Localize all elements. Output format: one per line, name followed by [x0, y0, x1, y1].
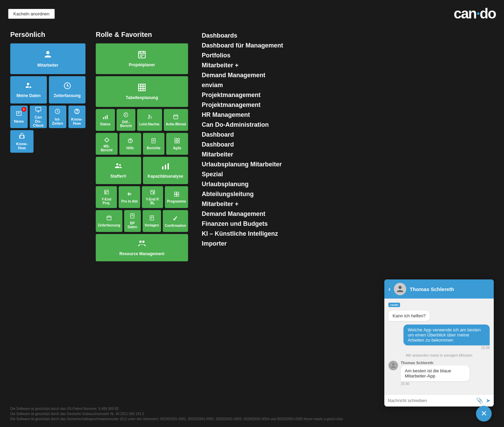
tile-pro-in-abt-label: Pro In Abt — [121, 199, 137, 203]
svg-rect-58 — [174, 192, 176, 194]
staffer-icon — [114, 162, 122, 173]
svg-point-0 — [46, 51, 49, 54]
tile-confirmation[interactable]: ✓ Confirmation — [163, 210, 188, 232]
menu-item-mitarbeiter-plus-2[interactable]: Mitarbeiter + — [202, 199, 494, 209]
menu-item-hr-management[interactable]: HR Management — [202, 110, 494, 120]
response-time-note: Wir antworten meist in wenigen Minuten — [388, 353, 490, 357]
kapazitaet-icon — [161, 162, 170, 173]
menu-item-abteilungsleitung[interactable]: Abteilungsleitung — [202, 189, 494, 199]
tile-programme[interactable]: Programme — [165, 186, 188, 208]
menu-item-cando-admin[interactable]: Can Do-Administration — [202, 120, 494, 130]
svg-rect-45 — [175, 141, 176, 143]
tile-kapazitaetsanalyse[interactable]: Kapazitätsanalyse — [143, 157, 188, 184]
tile-y-end-p-bl-label: Y-End P. BL — [144, 197, 161, 205]
svg-rect-54 — [105, 192, 106, 194]
menu-item-ki[interactable]: KI – Künstliche Intelligenz — [202, 229, 494, 239]
close-button[interactable]: ✕ — [476, 406, 492, 422]
pro-in-abt-icon — [127, 191, 132, 198]
menu-item-portfolios[interactable]: Portfolios — [202, 51, 494, 60]
svg-rect-60 — [174, 194, 176, 196]
tile-ms-bericht[interactable]: ◇ MS-Bericht — [96, 133, 118, 155]
svg-rect-28 — [105, 116, 106, 119]
tile-bp-daten[interactable]: BP Daten — [124, 210, 141, 232]
tile-projektplaner[interactable]: Projektplaner — [96, 43, 188, 74]
role-title: Rolle & Favoriten — [96, 31, 188, 39]
tile-zeiterfassung2[interactable]: Zeiterfassung — [96, 210, 122, 232]
knowhow-row: Know-How — [10, 130, 85, 153]
zeiterfassung2-icon — [106, 215, 112, 222]
tile-tabellenplanung-label: Tabellenplanung — [126, 95, 158, 100]
svg-rect-33 — [174, 115, 178, 119]
svg-rect-52 — [105, 190, 108, 194]
cando-logo-area: cando — [388, 303, 490, 307]
menu-item-urlaubsplanung[interactable]: Urlaubsplanung — [202, 179, 494, 189]
tile-ist-zeiten-label: Ist-Zeiten — [51, 117, 64, 125]
tile-hilfe-label: Hilfe — [127, 146, 134, 150]
tile-pro-in-abt[interactable]: Pro In Abt — [119, 186, 140, 208]
tile-status[interactable]: Status — [96, 109, 115, 131]
tile-meine-daten[interactable]: Meine Daten — [10, 76, 47, 104]
tile-onlinehelp[interactable]: Know-How — [68, 106, 86, 128]
tile-know-how[interactable]: Know-How — [10, 130, 34, 153]
menu-item-dashboard-management[interactable]: Dashboard für Management — [202, 41, 494, 51]
tile-y-end-proj-label: Y-End Proj. — [98, 197, 115, 205]
logo-text: can·do — [454, 5, 496, 22]
tile-tabellenplanung[interactable]: Tabellenplanung — [96, 76, 188, 107]
tile-projektplaner-label: Projektplaner — [129, 63, 155, 67]
tile-ms-bericht-label: MS-Bericht — [98, 144, 116, 152]
clock-icon: -1h — [63, 82, 71, 92]
tile-vorlagen[interactable]: Vorlagen — [143, 210, 161, 232]
menu-section: Dashboards Dashboard für Management Port… — [198, 31, 494, 261]
menu-item-spezial[interactable]: Spezial — [202, 169, 494, 179]
menu-item-demand-management-2[interactable]: Demand Management — [202, 209, 494, 219]
tile-berichte[interactable]: Berichte — [143, 133, 165, 155]
tile-ist-zeiten[interactable]: Ist-Zeiten — [49, 106, 66, 128]
tile-mitarbeiter[interactable]: Mitarbeiter — [10, 43, 85, 74]
footer-line-2: Die Software ist geschützt durch das Deu… — [10, 411, 343, 416]
tile-zeiterfassung2-label: Zeiterfassung — [98, 223, 120, 227]
menu-item-mitarbeiter-plus[interactable]: Mitarbeiter + — [202, 60, 494, 70]
footer: Die Software ist geschützt durch das US-… — [10, 406, 343, 422]
send-icon[interactable]: ➤ — [486, 397, 490, 404]
chat-back-button[interactable]: ‹ — [388, 286, 390, 293]
tile-can-do-client[interactable]: Can Do-Client — [30, 106, 47, 128]
tile-agile[interactable]: Agile — [166, 133, 188, 155]
tile-aufw-monat[interactable]: Aufw./Monat — [164, 109, 188, 131]
tile-diff-bericht-label: Diff.-Bericht — [119, 120, 134, 128]
tile-hilfe[interactable]: Hilfe — [119, 133, 141, 155]
agent-reply-container: Thomas Schlereth Am besten ist die blaue… — [388, 361, 490, 386]
tile-bp-daten-label: BP Daten — [126, 221, 139, 229]
cando-chat-logo: cando — [388, 303, 400, 307]
menu-item-enviam[interactable]: enviam — [202, 80, 494, 90]
help-icon — [74, 108, 80, 116]
menu-item-projektmanagement-1[interactable]: Projektmanagement — [202, 90, 494, 100]
arrange-button[interactable]: Kacheln anordnen — [8, 9, 55, 19]
svg-point-47 — [116, 163, 118, 165]
menu-item-importer[interactable]: Importer — [202, 239, 494, 249]
tile-y-end-proj[interactable]: Y-End Proj. — [96, 186, 117, 208]
footer-line-3: Die Software ist geschützt durch das Gem… — [10, 416, 343, 422]
tile-news-label: News — [14, 119, 24, 123]
tile-y-end-p-bl[interactable]: Y-End P. BL — [142, 186, 163, 208]
tile-staffer[interactable]: Staffer® — [96, 157, 141, 184]
menu-item-dashboard-1[interactable]: Dashboard — [202, 130, 494, 140]
tile-resource-management[interactable]: Resource Management — [96, 234, 188, 261]
menu-item-dashboards[interactable]: Dashboards — [202, 31, 494, 41]
menu-item-mitarbeiter[interactable]: Mitarbeiter — [202, 150, 494, 160]
tile-leist-nachw[interactable]: Leist.Nachw. — [137, 109, 162, 131]
menu-item-demand-management[interactable]: Demand Management — [202, 70, 494, 80]
menu-item-urlaubsplanung-mitarbeiter[interactable]: Urlaubsplanung Mitarbeiter — [202, 160, 494, 169]
personal-section: Persönlich Mitarbeiter Meine Daten -1h Z… — [10, 31, 85, 261]
hilfe-icon — [128, 138, 133, 145]
tile-news[interactable]: News 0 — [10, 106, 28, 128]
chat-input[interactable] — [388, 398, 474, 403]
diff-icon: -1h — [123, 112, 129, 119]
tile-diff-bericht[interactable]: -1h Diff.-Bericht — [117, 109, 136, 131]
edit-person-icon — [25, 82, 33, 92]
menu-item-finanzen[interactable]: Finanzen und Budgets — [202, 219, 494, 229]
tile-zeiterfassung[interactable]: -1h Zeiterfassung — [49, 76, 85, 104]
tile-resource-management-label: Resource Management — [119, 251, 164, 256]
menu-item-dashboard-2[interactable]: Dashboard — [202, 140, 494, 150]
attach-icon[interactable]: 📎 — [476, 397, 483, 404]
menu-item-projektmanagement-2[interactable]: Projektmanagement — [202, 100, 494, 110]
